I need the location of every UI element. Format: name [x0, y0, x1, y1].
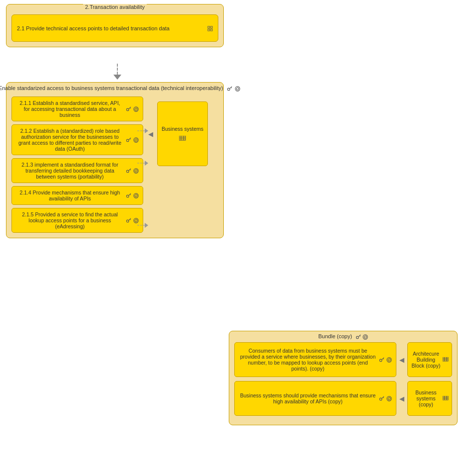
connector-arrow [113, 64, 121, 80]
svg-line-20 [129, 169, 131, 171]
svg-line-16 [130, 139, 130, 139]
card-2-1-1-text: 2.1.1 Establish a standardised service, … [16, 100, 124, 118]
svg-line-51 [382, 358, 384, 360]
bundle-box: Bundle (copy) Consumers of data from bus… [229, 331, 458, 425]
grid-icon [207, 25, 213, 31]
grid-icon-bs2 [443, 395, 449, 401]
grid-icon-bs [179, 136, 186, 142]
target-icon-2-1-4 [133, 192, 139, 199]
svg-rect-34 [179, 136, 186, 140]
bundle-key-icon-2 [379, 395, 384, 402]
svg-line-46 [358, 335, 361, 337]
svg-point-18 [135, 139, 137, 142]
bundle-arrow-2: ◀ [399, 395, 404, 402]
svg-line-11 [130, 108, 130, 108]
card-2-1-1: 2.1.1 Establish a standardised service, … [11, 96, 143, 121]
bundle-title: Bundle (copy) [318, 333, 368, 340]
bundle-side-card-1: Architecure Building Block (copy) [407, 342, 452, 377]
bundle-target-icon [363, 333, 368, 339]
svg-point-12 [134, 107, 138, 111]
key-icon-2-1-3 [126, 168, 131, 174]
svg-line-52 [383, 359, 383, 359]
svg-point-23 [135, 170, 137, 173]
bundle-card-1-text: Consumers of data from business systems … [239, 348, 377, 372]
bundle-card-2-text: Business systems should provide mechanis… [239, 392, 377, 404]
svg-line-21 [130, 170, 130, 170]
bundle-target-icon-2 [386, 395, 392, 402]
svg-line-25 [129, 193, 131, 195]
key-icon-2-1-5 [126, 217, 131, 224]
j1-title: J1. Enable standarized access to busines… [0, 85, 240, 92]
svg-point-53 [387, 358, 391, 362]
card-2-1-5: 2.1.5 Provided a service to find the act… [11, 208, 143, 233]
key-icon [227, 85, 234, 91]
target-icon-2-1-5 [133, 217, 139, 224]
bundle-target-icon-1 [386, 357, 392, 363]
card-2-1-2-text: 2.1.2 Establish a (standardized) role ba… [16, 128, 124, 152]
svg-rect-3 [210, 29, 212, 31]
transaction-availability-box: 2.Transaction availability 2.1 Provide t… [6, 4, 224, 47]
svg-point-8 [236, 88, 239, 90]
bundle-side-text-1: Architecure Building Block (copy) [411, 351, 441, 369]
svg-line-5 [229, 87, 232, 89]
card-2-1-4-text: 2.1.4 Provide mechanisms that ensure hig… [16, 190, 124, 201]
svg-rect-1 [210, 26, 212, 28]
transaction-availability-title: 2.Transaction availability [83, 4, 147, 10]
svg-line-31 [130, 219, 130, 220]
target-icon-2-1-1 [133, 106, 139, 112]
bundle-key-icon-1 [379, 357, 384, 363]
j1-right-column: ◀ Business systems [146, 101, 218, 168]
svg-point-22 [134, 169, 138, 173]
bundle-key-icon [356, 333, 363, 339]
card-2-1-4: 2.1.4 Provide mechanisms that ensure hig… [11, 186, 143, 205]
svg-line-62 [383, 397, 383, 398]
svg-rect-55 [443, 357, 448, 361]
top-inner-card: 2.1 Provide technical access points to d… [11, 14, 218, 42]
svg-point-54 [388, 359, 390, 362]
svg-line-10 [129, 107, 131, 109]
bundle-row-1: Consumers of data from business systems … [234, 342, 452, 377]
business-systems-card: Business systems [157, 101, 208, 166]
bundle-main-card-1: Consumers of data from business systems … [234, 342, 396, 377]
bundle-side-text-2: Business systems (copy) [411, 389, 441, 407]
svg-point-17 [134, 138, 138, 142]
svg-rect-2 [208, 29, 210, 31]
svg-line-30 [129, 218, 131, 220]
left-arrow-1: ◀ [146, 130, 155, 138]
svg-rect-0 [208, 26, 210, 28]
diagram-container: 2.Transaction availability 2.1 Provide t… [0, 0, 465, 476]
key-icon-2-1-2 [126, 137, 131, 143]
svg-line-47 [360, 335, 360, 336]
target-icon-2-1-2 [133, 137, 139, 143]
svg-line-15 [129, 138, 131, 140]
svg-line-6 [231, 87, 231, 88]
svg-point-7 [235, 87, 240, 91]
business-systems-text: Business systems [162, 126, 203, 132]
grid-icon-abb [443, 357, 449, 363]
card-2-1-2: 2.1.2 Establish a (standardized) role ba… [11, 124, 143, 155]
key-icon-2-1-1 [126, 106, 131, 112]
bundle-row-2: Business systems should provide mechanis… [234, 381, 452, 416]
svg-point-27 [134, 193, 138, 198]
svg-point-48 [363, 335, 368, 339]
svg-point-28 [135, 195, 137, 197]
card-2-1-5-text: 2.1.5 Provided a service to find the act… [16, 211, 124, 229]
svg-line-26 [130, 194, 130, 195]
bundle-side-card-2: Business systems (copy) [407, 381, 452, 416]
card-2-1-3: 2.1.3 implement a standardised format fo… [11, 158, 143, 183]
target-icon-2-1-3 [133, 168, 139, 174]
svg-point-64 [388, 398, 390, 400]
key-icon-2-1-4 [126, 192, 131, 199]
svg-point-33 [135, 220, 137, 222]
svg-point-13 [135, 108, 137, 111]
j1-content: 2.1.1 Establish a standardised service, … [11, 96, 218, 233]
bundle-arrow-1: ◀ [399, 356, 404, 364]
svg-point-63 [387, 396, 391, 401]
svg-point-49 [364, 336, 367, 338]
j1-left-column: 2.1.1 Establish a standardised service, … [11, 96, 143, 233]
bundle-main-card-2: Business systems should provide mechanis… [234, 381, 396, 416]
svg-line-61 [382, 396, 384, 398]
svg-point-32 [134, 218, 138, 223]
card-2-1-3-text: 2.1.3 implement a standardised format fo… [16, 162, 124, 180]
j1-box: J1. Enable standarized access to busines… [6, 82, 224, 238]
